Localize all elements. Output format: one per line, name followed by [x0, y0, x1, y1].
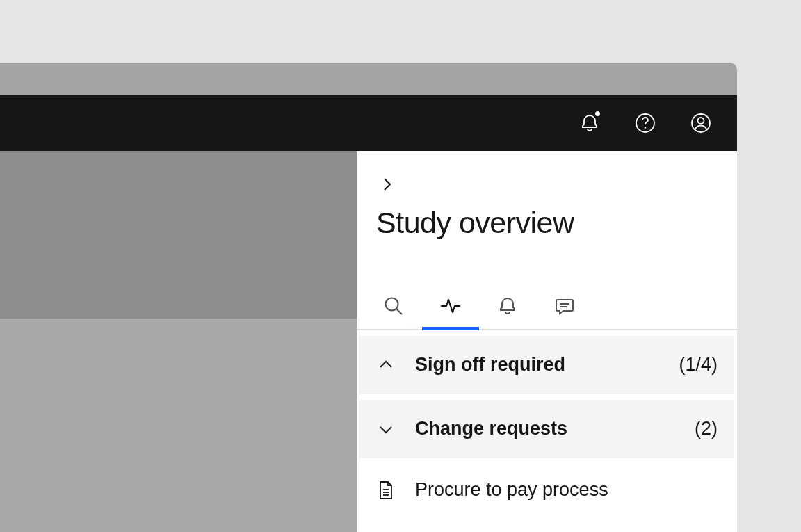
search-icon [382, 295, 405, 317]
panel-header: Study overview [357, 151, 737, 241]
user-avatar-icon [690, 112, 712, 134]
side-panel: Study overview [357, 151, 737, 532]
collapse-panel-button[interactable] [373, 170, 401, 198]
notification-dot [595, 111, 600, 116]
tab-alerts[interactable] [479, 283, 536, 329]
bell-outline-icon [496, 295, 519, 317]
chevron-up-icon [376, 357, 396, 373]
accordion-label: Change requests [415, 418, 695, 440]
tab-activity[interactable] [422, 283, 479, 329]
top-header [0, 95, 737, 151]
document-icon [376, 481, 396, 500]
main-area: Study overview [0, 151, 737, 532]
accordion-container: Sign off required (1/4) Change requests … [357, 330, 737, 517]
accordion-count: (1/4) [679, 354, 718, 376]
svg-point-1 [645, 127, 646, 128]
activity-icon [439, 295, 462, 317]
window-chrome [0, 63, 737, 95]
content-backdrop-lower [0, 319, 357, 532]
svg-point-3 [698, 118, 704, 124]
list-item-label: Procure to pay process [415, 479, 608, 501]
panel-tab-bar [357, 283, 737, 330]
list-item-procure[interactable]: Procure to pay process [359, 464, 734, 517]
accordion-label: Sign off required [415, 354, 679, 376]
tab-search[interactable] [365, 283, 422, 329]
help-button[interactable] [617, 95, 673, 151]
svg-point-4 [386, 298, 398, 310]
svg-line-5 [396, 309, 402, 314]
chat-icon [553, 295, 576, 317]
panel-title: Study overview [376, 205, 718, 241]
accordion-count: (2) [695, 418, 718, 440]
chevron-right-icon [379, 176, 396, 193]
content-backdrop [0, 151, 357, 532]
notifications-button[interactable] [562, 95, 617, 151]
accordion-sign-off[interactable]: Sign off required (1/4) [359, 336, 734, 394]
content-backdrop-upper [0, 151, 357, 319]
chevron-down-icon [376, 421, 396, 437]
accordion-change-requests[interactable]: Change requests (2) [359, 400, 734, 458]
user-avatar-button[interactable] [673, 95, 729, 151]
app-window: Study overview [0, 63, 737, 532]
help-icon [634, 112, 656, 134]
tab-chat[interactable] [536, 283, 593, 329]
